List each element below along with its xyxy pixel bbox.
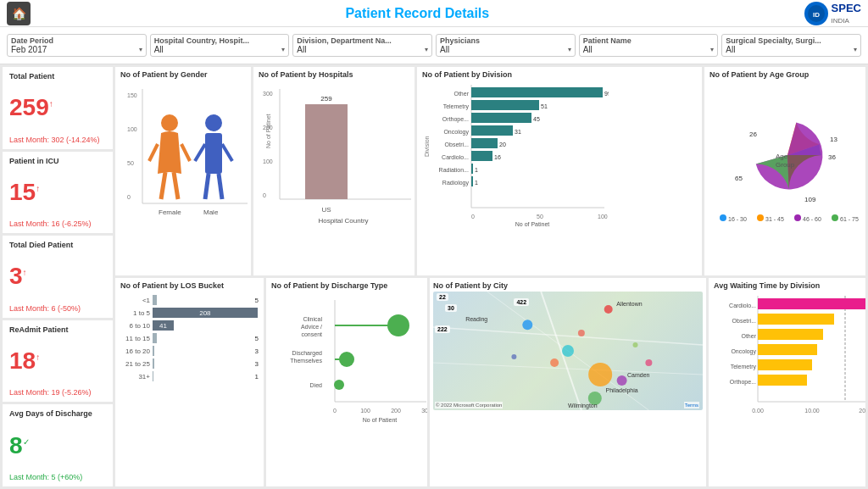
svg-text:20: 20 [499,142,506,147]
chevron-down-icon: ▾ [568,46,571,53]
svg-point-107 [617,375,627,386]
stat-avg-discharge-label: Avg Days of Discharge [9,409,106,418]
svg-text:65: 65 [735,175,743,182]
hospital-chart-panel: No of Patient by Hospitals 300 200 100 0… [253,67,415,275]
age-chart-title: No of Patient by Age Group [709,70,860,79]
svg-point-90 [334,380,344,390]
filter-physicians-label: Physicians [440,36,571,45]
city-map-title: No of Patient by City [433,281,703,290]
filter-date-period[interactable]: Date Period Feb 2017 ▾ [7,34,147,57]
svg-text:Died: Died [310,382,323,388]
discharge-chart-title: No of Patient by Discharge Type [271,281,422,290]
svg-text:Telemetry: Telemetry [731,364,757,370]
stat-readmit-label: ReAdmit Patient [9,325,106,334]
filter-surgical[interactable]: Surgical Specialty, Surgi... All ▾ [721,34,861,57]
svg-text:Orthope...: Orthope... [442,116,469,123]
filter-date-period-value[interactable]: Feb 2017 ▾ [11,45,142,54]
svg-rect-120 [758,298,865,309]
svg-point-74 [794,214,801,221]
stat-total-patient-sub: Last Month: 302 (-14.24%) [9,136,106,144]
svg-text:1: 1 [475,167,478,173]
stat-avg-discharge-sub: Last Month: 5 (+60%) [9,473,106,481]
list-item: 11 to 15 5 [120,333,259,343]
svg-point-81 [387,314,409,336]
age-chart-panel: No of Patient by Age Group 13 [704,67,865,275]
top-charts-row: No of Patient by Gender 150 100 50 0 [115,67,865,275]
svg-text:26: 26 [749,131,757,138]
svg-point-114 [550,358,559,367]
svg-text:Camden: Camden [627,372,650,378]
filter-division-value[interactable]: All ▾ [297,45,428,54]
svg-text:50: 50 [537,214,543,219]
chevron-down-icon: ▾ [139,46,142,53]
svg-text:16 - 30: 16 - 30 [728,216,747,222]
svg-text:ID: ID [813,11,820,19]
svg-text:consent: consent [301,331,322,337]
svg-text:51: 51 [541,103,548,109]
svg-text:100: 100 [598,214,608,219]
svg-text:Telemetry: Telemetry [443,103,470,110]
filter-hospital-country[interactable]: Hospital Country, Hospit... All ▾ [150,34,290,57]
filter-division[interactable]: Division, Department Na... All ▾ [292,34,432,57]
stat-icu-value: 15 [9,179,36,205]
svg-line-15 [195,144,205,161]
svg-rect-14 [205,133,222,174]
svg-text:Oncology: Oncology [731,348,756,355]
svg-point-111 [578,330,585,336]
svg-text:No of Patinet: No of Patinet [515,221,550,227]
hospital-chart-title: No of Patient by Hospitals [259,70,409,79]
chevron-down-icon: ▾ [425,46,428,53]
stat-died-value: 3 [9,263,23,289]
svg-rect-128 [758,359,812,370]
stat-readmit-sub: Last Month: 19 (-5.26%) [9,388,106,397]
svg-text:20.00: 20.00 [859,408,865,414]
svg-point-105 [588,363,612,386]
home-icon[interactable]: 🏠 [7,2,31,25]
svg-point-8 [161,114,178,131]
chevron-down-icon: ▾ [854,46,857,53]
waiting-chart-panel: Avg Waiting Time by Division Cardiolo...… [709,278,865,486]
svg-point-76 [832,214,838,221]
gender-chart-panel: No of Patient by Gender 150 100 50 0 [115,67,251,275]
gender-chart-svg: 150 100 50 0 [120,81,251,229]
map-label-22: 22 [437,293,448,301]
stat-readmit-value: 18 [9,347,36,374]
filter-physicians-value[interactable]: All ▾ [440,45,571,54]
svg-text:259: 259 [320,95,332,103]
svg-line-11 [161,172,165,199]
svg-text:100: 100 [127,126,137,132]
stat-total-patient-value: 259 [9,94,49,120]
svg-text:200: 200 [391,408,401,414]
stat-died: Total Died Patient 3↑ Last Month: 6 (-50… [3,236,113,318]
svg-text:61 - 75: 61 - 75 [840,216,859,222]
filter-physicians[interactable]: Physicians All ▾ [436,34,576,57]
discharge-chart-panel: No of Patient by Discharge Type Clinical… [266,278,427,486]
page-title: Patient Record Details [31,6,804,21]
stat-total-patient-label: Total Patient [9,72,106,81]
svg-text:Themselves: Themselves [290,358,322,364]
filter-hospital-value[interactable]: All ▾ [154,45,286,54]
list-item: 6 to 10 41 [120,320,259,331]
stat-icu-label: Patient in ICU [9,157,106,165]
los-bars: <1 5 1 to 5 208 [120,295,259,381]
stat-died-sub: Last Month: 6 (-50%) [9,304,106,313]
division-chart-svg: Division Other 99 Telemetry 51 Orthope..… [422,81,609,229]
map-terms[interactable]: Terms [684,402,699,408]
svg-line-9 [149,144,158,161]
svg-text:Female: Female [159,208,181,216]
svg-text:0: 0 [471,214,475,219]
svg-text:Obsetri...: Obsetri... [445,142,469,147]
svg-rect-124 [758,329,823,340]
filter-patient-name-value[interactable]: All ▾ [583,45,715,54]
filter-surgical-value[interactable]: All ▾ [726,45,857,54]
svg-text:Radiology: Radiology [442,180,470,186]
svg-text:0.00: 0.00 [752,408,764,414]
svg-text:No of Patinet: No of Patinet [265,114,271,148]
filter-patient-name[interactable]: Patient Name All ▾ [579,34,719,57]
svg-text:109: 109 [804,196,816,203]
svg-text:Oncology: Oncology [443,129,469,136]
svg-line-10 [181,144,190,161]
svg-rect-44 [471,125,513,136]
svg-text:0: 0 [333,408,337,414]
svg-text:Other: Other [741,333,756,339]
